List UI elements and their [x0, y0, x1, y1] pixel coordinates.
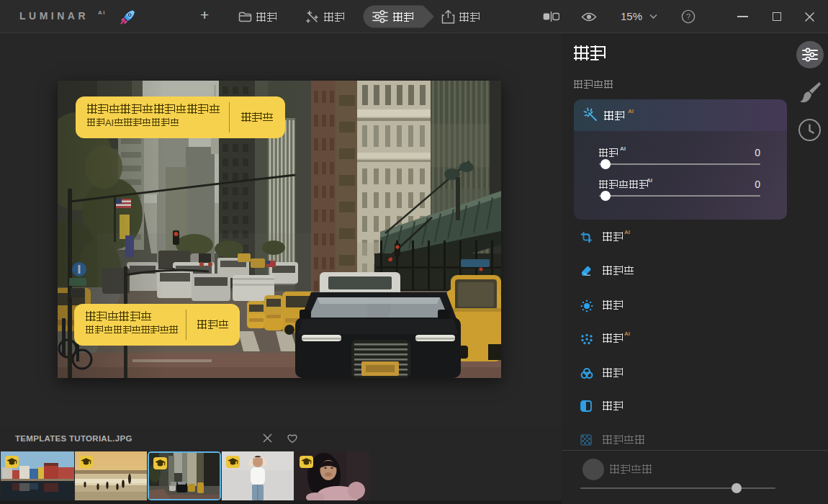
svg-text:?: ?: [686, 12, 690, 21]
